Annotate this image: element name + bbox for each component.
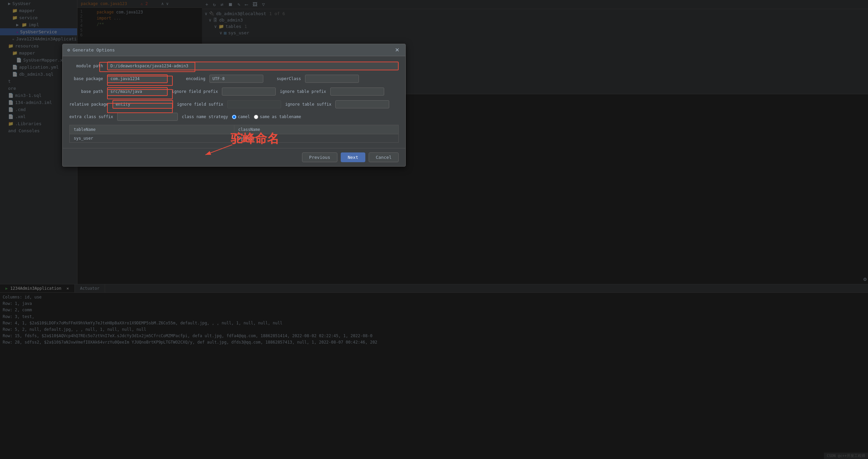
- relative-package-input[interactable]: [113, 100, 173, 109]
- base-package-row: base package encoding superClass: [69, 74, 399, 83]
- ignore-table-suffix-label: ignore table suffix: [285, 102, 331, 107]
- base-path-row: base path ignore field prefix ignore tab…: [69, 87, 399, 96]
- cancel-button[interactable]: Cancel: [369, 153, 399, 162]
- modal-title-text: Generate Options: [73, 47, 115, 53]
- table-col-tablename: tableName: [70, 125, 234, 134]
- same-as-tablename-radio-label[interactable]: same as tablename: [254, 114, 301, 119]
- previous-button[interactable]: Previous: [302, 153, 337, 162]
- ignore-table-prefix-input[interactable]: [330, 88, 384, 96]
- same-as-tablename-text: same as tablename: [259, 114, 301, 119]
- modal-close-button[interactable]: ✕: [394, 47, 401, 53]
- extra-class-suffix-label: extra class suffix: [69, 114, 113, 119]
- table-row[interactable]: sys_user SysUser: [70, 134, 399, 143]
- relative-package-label: relative package: [69, 102, 108, 107]
- module-path-row: module path: [69, 62, 399, 70]
- modal-icon: ⚙: [67, 47, 70, 53]
- module-path-label: module path: [69, 64, 103, 68]
- ignore-field-prefix-label: ignore field prefix: [172, 89, 218, 94]
- class-table: tableName className sys_user SysUser: [69, 125, 399, 143]
- table-cell-classname: SysUser: [234, 134, 399, 143]
- ignore-table-prefix-label: ignore table prefix: [280, 89, 326, 94]
- extra-class-suffix-input[interactable]: [117, 113, 178, 121]
- modal-body: module path base package encoding superC…: [63, 56, 405, 148]
- generate-options-modal: ⚙ Generate Options ✕ module path base pa…: [62, 44, 406, 167]
- base-package-label: base package: [69, 76, 103, 81]
- table-col-classname: className: [234, 125, 399, 134]
- base-package-input[interactable]: [107, 74, 168, 83]
- class-name-strategy-label: class name strategy: [182, 114, 228, 119]
- ignore-table-suffix-input[interactable]: [335, 100, 389, 108]
- base-path-input[interactable]: [107, 87, 168, 96]
- modal-header: ⚙ Generate Options ✕: [63, 44, 405, 56]
- ignore-field-suffix-label: ignore field suffix: [177, 102, 223, 107]
- extra-suffix-row: extra class suffix class name strategy c…: [69, 113, 399, 121]
- encoding-input[interactable]: [210, 75, 263, 83]
- superclass-input[interactable]: [305, 75, 359, 83]
- camel-radio-text: camel: [238, 114, 250, 119]
- camel-radio[interactable]: [232, 115, 236, 119]
- next-button[interactable]: Next: [341, 153, 365, 162]
- superclass-label: superClass: [267, 76, 301, 81]
- ignore-field-suffix-input[interactable]: [227, 100, 281, 108]
- modal-footer: Previous Next Cancel: [63, 148, 405, 166]
- camel-radio-label[interactable]: camel: [232, 114, 250, 119]
- same-as-tablename-radio[interactable]: [254, 115, 258, 119]
- modal-title: ⚙ Generate Options: [67, 47, 115, 53]
- table-cell-tablename: sys_user: [70, 134, 234, 143]
- ignore-field-prefix-input[interactable]: [222, 88, 276, 96]
- encoding-label: encoding: [172, 76, 206, 81]
- module-path-input[interactable]: [107, 62, 399, 70]
- relative-package-row: relative package ignore field suffix ign…: [69, 100, 399, 109]
- base-path-label: base path: [69, 89, 103, 94]
